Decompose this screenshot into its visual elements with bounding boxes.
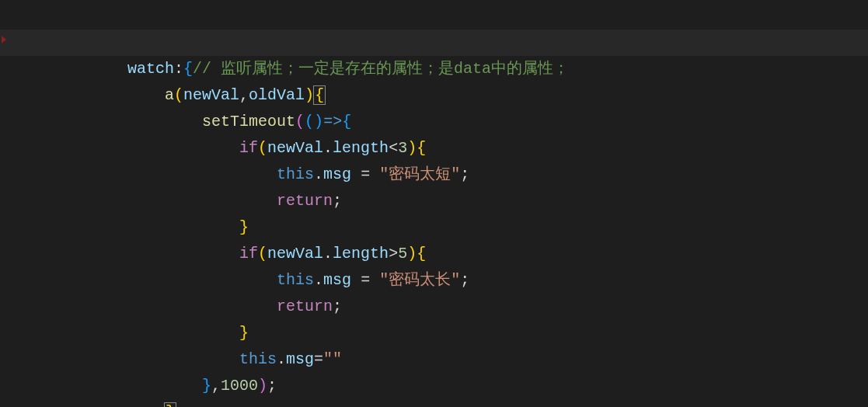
code-token: 5 (398, 245, 407, 263)
code-line[interactable]: this.msg="" (16, 346, 868, 373)
code-token: this (239, 350, 277, 368)
code-token: ; (333, 297, 342, 315)
code-line[interactable]: return; (16, 294, 868, 320)
code-token: this (277, 271, 314, 289)
code-token: = (361, 165, 370, 183)
code-token: ; (460, 271, 469, 289)
code-line[interactable]: },1000); (16, 373, 868, 399)
code-token: . (314, 165, 323, 183)
code-token: ; (460, 165, 469, 183)
code-token: ) (258, 377, 267, 395)
code-token: . (314, 271, 323, 289)
code-token: "密码太长" (379, 271, 460, 289)
code-line[interactable]: } (16, 399, 868, 407)
code-line[interactable]: a(newVal,oldVal){ (16, 82, 868, 109)
code-token: return (277, 192, 333, 210)
code-token: ) (314, 113, 323, 130)
code-token: // 监听属性；一定是存在的属性；是data中的属性； (193, 60, 569, 78)
code-token: length (333, 139, 389, 157)
code-line[interactable]: return; (16, 188, 868, 214)
code-token: ) (407, 245, 417, 263)
code-line[interactable]: setTimeout(()=>{ (16, 109, 868, 135)
code-token: newVal (267, 245, 323, 263)
code-token: 1000 (221, 377, 258, 395)
code-token: a (165, 86, 174, 104)
code-token: } (164, 402, 176, 407)
code-token: ( (258, 245, 267, 263)
code-token: { (183, 60, 193, 78)
code-token: msg (323, 271, 351, 289)
code-token: { (342, 113, 351, 130)
code-token: , (211, 377, 221, 395)
code-editor[interactable]: watch:{// 监听属性；一定是存在的属性；是data中的属性； a(new… (0, 0, 868, 407)
code-line[interactable]: this.msg = "密码太短"; (16, 162, 868, 188)
code-token: if (239, 139, 258, 157)
code-line[interactable]: this.msg = "密码太长"; (16, 267, 868, 294)
code-token: { (417, 245, 426, 263)
code-token: = (361, 271, 370, 289)
code-token: newVal (183, 86, 239, 104)
code-line[interactable]: } (16, 214, 868, 241)
code-token: ; (267, 377, 277, 395)
code-token: : (174, 60, 183, 78)
code-token: => (323, 113, 342, 130)
code-token: 3 (398, 139, 407, 157)
code-token: ; (333, 192, 342, 210)
code-token (351, 165, 361, 183)
code-line[interactable]: } (16, 320, 868, 346)
code-token: ( (174, 86, 183, 104)
code-token: ( (305, 113, 314, 130)
code-token: = (314, 350, 323, 368)
code-token: ( (295, 113, 305, 130)
code-token: setTimeout (202, 113, 295, 130)
code-token: } (239, 324, 249, 342)
code-token: { (417, 139, 426, 157)
code-token: "" (323, 350, 342, 368)
code-token: msg (323, 165, 351, 183)
breakpoint-indicator-icon[interactable] (2, 36, 6, 43)
code-line[interactable]: if(newVal.length>5){ (16, 241, 868, 267)
code-token (351, 271, 361, 289)
code-token: . (277, 350, 286, 368)
code-token (370, 271, 379, 289)
code-token: newVal (267, 139, 323, 157)
code-token: . (323, 139, 333, 157)
code-token: } (202, 377, 211, 395)
code-token: "密码太短" (379, 165, 460, 183)
code-token: return (277, 297, 333, 315)
code-line[interactable]: if(newVal.length<3){ (16, 135, 868, 162)
code-token: ) (407, 139, 417, 157)
code-token: } (239, 218, 249, 236)
code-token: oldVal (249, 86, 305, 104)
code-token (370, 165, 379, 183)
code-token: this (277, 165, 314, 183)
code-token: < (389, 139, 398, 157)
code-token: , (239, 86, 249, 104)
code-token: watch (127, 60, 174, 78)
code-token: msg (286, 350, 314, 368)
code-token: > (389, 245, 398, 263)
code-token: { (313, 85, 326, 105)
code-token: if (239, 245, 258, 263)
code-token: ( (258, 139, 267, 157)
code-line[interactable]: watch:{// 监听属性；一定是存在的属性；是data中的属性； (16, 56, 868, 82)
code-token: length (333, 245, 389, 263)
code-token: . (323, 245, 333, 263)
